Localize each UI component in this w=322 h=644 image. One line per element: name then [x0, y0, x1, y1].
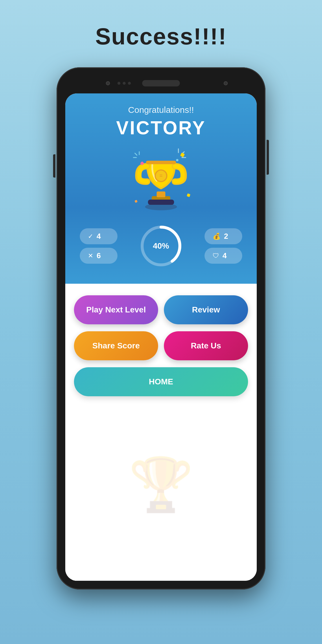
faded-trophy-icon: 🏆 — [129, 454, 194, 515]
shields-count: 4 — [222, 251, 227, 260]
shields-badge: 🛡 4 — [205, 248, 242, 264]
rate-us-button[interactable]: Rate Us — [164, 331, 248, 360]
correct-count: 4 — [97, 232, 101, 241]
success-title: Success!!!! — [95, 23, 227, 50]
right-side-button — [267, 140, 269, 175]
cross-icon: ✕ — [88, 252, 93, 260]
buttons-row-2: Share Score Rate Us — [74, 331, 248, 360]
phone-dots — [117, 82, 131, 85]
progress-circle-container: 40% — [138, 223, 184, 269]
bottom-faded-area: 🏆 — [74, 403, 248, 572]
trophy-container: = — [126, 144, 196, 214]
wrong-badge: ✕ 6 — [80, 248, 117, 264]
left-side-button — [53, 154, 55, 178]
victory-card: Congratulations!! VICTORY — [65, 93, 257, 284]
checkmark-icon: ✓ — [88, 233, 93, 240]
svg-rect-8 — [148, 200, 174, 205]
coins-badge: 💰 2 — [205, 228, 242, 244]
phone-top-bar — [65, 73, 257, 93]
share-score-button[interactable]: Share Score — [74, 331, 158, 360]
coins-count: 2 — [224, 232, 228, 241]
right-stats: 💰 2 🛡 4 — [205, 228, 242, 264]
home-row: HOME — [74, 367, 248, 396]
correct-badge: ✓ 4 — [80, 228, 117, 244]
svg-rect-13 — [146, 161, 176, 164]
review-button[interactable]: Review — [164, 295, 248, 324]
coin-icon: 💰 — [213, 233, 220, 240]
phone-wrapper: Congratulations!! VICTORY — [57, 67, 265, 589]
stats-row: ✓ 4 ✕ 6 40% — [77, 223, 245, 269]
play-next-level-button[interactable]: Play Next Level — [74, 295, 158, 324]
svg-text:=: = — [160, 173, 163, 179]
trophy-icon: = — [129, 147, 193, 211]
victory-text: VICTORY — [116, 117, 206, 139]
home-button[interactable]: HOME — [74, 367, 248, 396]
svg-rect-9 — [157, 191, 165, 197]
phone-speaker — [142, 80, 180, 86]
buttons-area: Play Next Level Review Share Score Rate … — [65, 284, 257, 581]
shield-icon: 🛡 — [213, 252, 219, 260]
phone-screen: Congratulations!! VICTORY — [65, 93, 257, 581]
congratulations-text: Congratulations!! — [128, 105, 194, 115]
camera-right-icon — [224, 81, 228, 85]
progress-percent: 40% — [153, 241, 169, 251]
left-stats: ✓ 4 ✕ 6 — [80, 228, 117, 264]
camera-left-icon — [106, 81, 110, 85]
buttons-row-1: Play Next Level Review — [74, 295, 248, 324]
wrong-count: 6 — [97, 251, 101, 260]
